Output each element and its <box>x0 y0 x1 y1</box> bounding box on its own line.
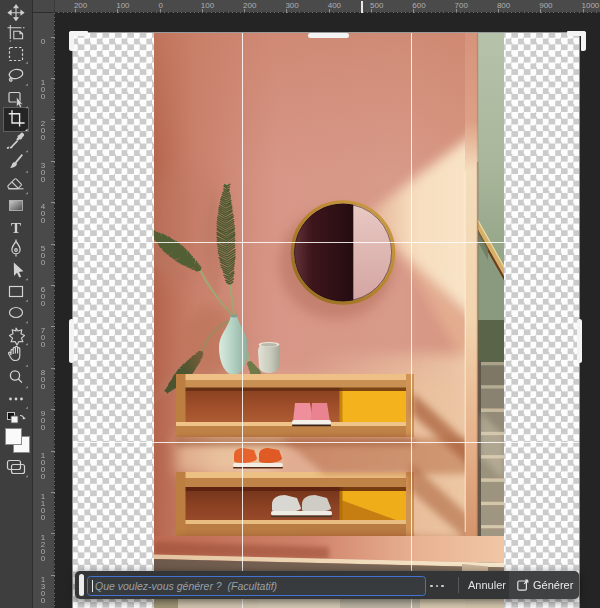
svg-text:T: T <box>11 220 21 236</box>
